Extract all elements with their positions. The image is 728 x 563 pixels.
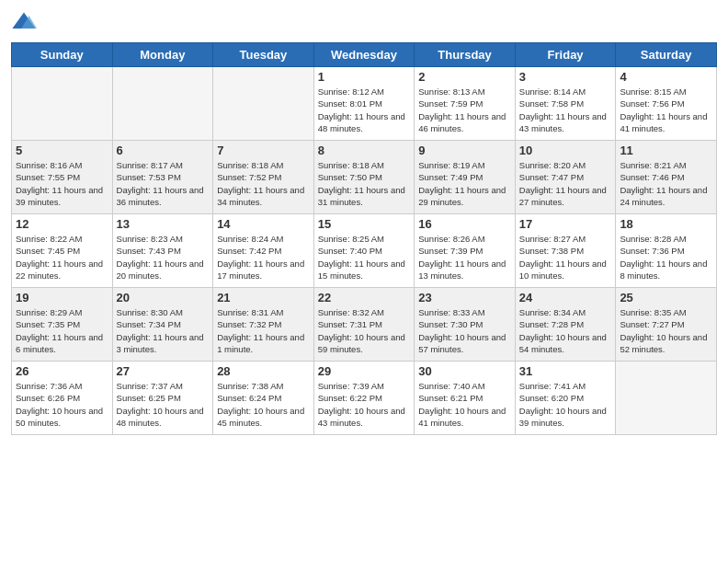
calendar-cell: 13Sunrise: 8:23 AMSunset: 7:43 PMDayligh… (112, 214, 213, 288)
calendar-cell: 26Sunrise: 7:36 AMSunset: 6:26 PMDayligh… (12, 362, 113, 435)
day-number: 10 (519, 144, 612, 157)
day-info: Sunrise: 8:31 AMSunset: 7:32 PMDaylight:… (217, 306, 310, 355)
day-number: 3 (519, 70, 612, 84)
day-info: Sunrise: 7:36 AMSunset: 6:26 PMDaylight:… (16, 380, 108, 429)
day-info: Sunrise: 8:14 AMSunset: 7:58 PMDaylight:… (519, 86, 612, 134)
day-number: 14 (217, 217, 310, 231)
calendar-cell: 23Sunrise: 8:33 AMSunset: 7:30 PMDayligh… (415, 288, 516, 362)
day-info: Sunrise: 8:29 AMSunset: 7:35 PMDaylight:… (16, 306, 108, 355)
calendar-cell: 21Sunrise: 8:31 AMSunset: 7:32 PMDayligh… (213, 288, 314, 362)
day-info: Sunrise: 8:25 AMSunset: 7:40 PMDaylight:… (318, 233, 411, 282)
weekday-header-monday: Monday (112, 43, 213, 67)
day-number: 26 (16, 364, 108, 378)
calendar-week-row: 12Sunrise: 8:22 AMSunset: 7:45 PMDayligh… (12, 214, 717, 288)
day-info: Sunrise: 8:19 AMSunset: 7:49 PMDaylight:… (418, 159, 511, 208)
day-info: Sunrise: 7:40 AMSunset: 6:21 PMDaylight:… (418, 380, 511, 429)
calendar-table: SundayMondayTuesdayWednesdayThursdayFrid… (11, 42, 717, 435)
calendar-cell: 3Sunrise: 8:14 AMSunset: 7:58 PMDaylight… (515, 67, 616, 141)
calendar-cell: 12Sunrise: 8:22 AMSunset: 7:45 PMDayligh… (12, 214, 113, 288)
day-info: Sunrise: 8:33 AMSunset: 7:30 PMDaylight:… (418, 306, 511, 355)
day-info: Sunrise: 8:34 AMSunset: 7:28 PMDaylight:… (519, 306, 612, 355)
calendar-cell (616, 362, 717, 435)
day-number: 25 (620, 291, 712, 304)
day-info: Sunrise: 7:41 AMSunset: 6:20 PMDaylight:… (519, 380, 612, 429)
day-number: 5 (16, 144, 108, 157)
day-number: 7 (217, 144, 310, 157)
day-number: 4 (620, 70, 712, 84)
weekday-header-thursday: Thursday (415, 43, 516, 67)
calendar-cell: 7Sunrise: 8:18 AMSunset: 7:52 PMDaylight… (213, 141, 314, 214)
calendar-week-row: 1Sunrise: 8:12 AMSunset: 8:01 PMDaylight… (12, 67, 717, 141)
day-number: 27 (117, 364, 210, 378)
calendar-cell (12, 67, 113, 141)
weekday-header-saturday: Saturday (616, 43, 717, 67)
calendar-cell: 29Sunrise: 7:39 AMSunset: 6:22 PMDayligh… (313, 362, 415, 435)
calendar-cell: 15Sunrise: 8:25 AMSunset: 7:40 PMDayligh… (313, 214, 415, 288)
calendar-cell: 14Sunrise: 8:24 AMSunset: 7:42 PMDayligh… (213, 214, 314, 288)
day-number: 1 (318, 70, 411, 84)
day-number: 13 (117, 217, 210, 231)
calendar-cell: 24Sunrise: 8:34 AMSunset: 7:28 PMDayligh… (515, 288, 616, 362)
day-number: 24 (519, 291, 612, 304)
day-number: 30 (418, 364, 511, 378)
day-number: 31 (519, 364, 612, 378)
calendar-cell: 1Sunrise: 8:12 AMSunset: 8:01 PMDaylight… (313, 67, 415, 141)
calendar-cell: 5Sunrise: 8:16 AMSunset: 7:55 PMDaylight… (12, 141, 113, 214)
day-number: 12 (16, 217, 108, 231)
day-number: 16 (418, 217, 511, 231)
day-info: Sunrise: 8:13 AMSunset: 7:59 PMDaylight:… (418, 86, 511, 134)
day-number: 2 (418, 70, 511, 84)
calendar-week-row: 26Sunrise: 7:36 AMSunset: 6:26 PMDayligh… (12, 362, 717, 435)
calendar-cell: 16Sunrise: 8:26 AMSunset: 7:39 PMDayligh… (415, 214, 516, 288)
day-info: Sunrise: 8:20 AMSunset: 7:47 PMDaylight:… (519, 159, 612, 208)
calendar-cell: 27Sunrise: 7:37 AMSunset: 6:25 PMDayligh… (112, 362, 213, 435)
day-info: Sunrise: 7:37 AMSunset: 6:25 PMDaylight:… (117, 380, 210, 429)
weekday-header-tuesday: Tuesday (213, 43, 314, 67)
weekday-header-friday: Friday (515, 43, 616, 67)
calendar-week-row: 5Sunrise: 8:16 AMSunset: 7:55 PMDaylight… (12, 141, 717, 214)
calendar-cell: 19Sunrise: 8:29 AMSunset: 7:35 PMDayligh… (12, 288, 113, 362)
weekday-header-wednesday: Wednesday (313, 43, 415, 67)
day-number: 18 (620, 217, 712, 231)
calendar-cell: 4Sunrise: 8:15 AMSunset: 7:56 PMDaylight… (616, 67, 717, 141)
day-info: Sunrise: 8:16 AMSunset: 7:55 PMDaylight:… (16, 159, 108, 208)
weekday-header-row: SundayMondayTuesdayWednesdayThursdayFrid… (12, 43, 717, 67)
calendar-cell: 30Sunrise: 7:40 AMSunset: 6:21 PMDayligh… (415, 362, 516, 435)
calendar-cell: 11Sunrise: 8:21 AMSunset: 7:46 PMDayligh… (616, 141, 717, 214)
day-info: Sunrise: 8:17 AMSunset: 7:53 PMDaylight:… (117, 159, 210, 208)
calendar-cell: 22Sunrise: 8:32 AMSunset: 7:31 PMDayligh… (313, 288, 415, 362)
day-number: 17 (519, 217, 612, 231)
day-number: 6 (117, 144, 210, 157)
calendar-cell: 18Sunrise: 8:28 AMSunset: 7:36 PMDayligh… (616, 214, 717, 288)
day-info: Sunrise: 8:32 AMSunset: 7:31 PMDaylight:… (318, 306, 411, 355)
calendar-cell: 31Sunrise: 7:41 AMSunset: 6:20 PMDayligh… (515, 362, 616, 435)
day-number: 19 (16, 291, 108, 304)
day-info: Sunrise: 7:39 AMSunset: 6:22 PMDaylight:… (318, 380, 411, 429)
day-info: Sunrise: 8:23 AMSunset: 7:43 PMDaylight:… (117, 233, 210, 282)
calendar-cell: 28Sunrise: 7:38 AMSunset: 6:24 PMDayligh… (213, 362, 314, 435)
day-number: 8 (318, 144, 411, 157)
calendar-cell (112, 67, 213, 141)
day-info: Sunrise: 7:38 AMSunset: 6:24 PMDaylight:… (217, 380, 310, 429)
day-info: Sunrise: 8:18 AMSunset: 7:50 PMDaylight:… (318, 159, 411, 208)
day-info: Sunrise: 8:24 AMSunset: 7:42 PMDaylight:… (217, 233, 310, 282)
day-number: 11 (620, 144, 712, 157)
calendar-week-row: 19Sunrise: 8:29 AMSunset: 7:35 PMDayligh… (12, 288, 717, 362)
day-info: Sunrise: 8:21 AMSunset: 7:46 PMDaylight:… (620, 159, 712, 208)
calendar-cell: 9Sunrise: 8:19 AMSunset: 7:49 PMDaylight… (415, 141, 516, 214)
day-info: Sunrise: 8:15 AMSunset: 7:56 PMDaylight:… (620, 86, 712, 134)
day-info: Sunrise: 8:35 AMSunset: 7:27 PMDaylight:… (620, 306, 712, 355)
day-number: 9 (418, 144, 511, 157)
day-number: 20 (117, 291, 210, 304)
day-number: 21 (217, 291, 310, 304)
day-info: Sunrise: 8:26 AMSunset: 7:39 PMDaylight:… (418, 233, 511, 282)
calendar-cell: 8Sunrise: 8:18 AMSunset: 7:50 PMDaylight… (313, 141, 415, 214)
day-info: Sunrise: 8:28 AMSunset: 7:36 PMDaylight:… (620, 233, 712, 282)
day-info: Sunrise: 8:12 AMSunset: 8:01 PMDaylight:… (318, 86, 411, 134)
logo-icon (11, 9, 37, 35)
calendar-cell: 25Sunrise: 8:35 AMSunset: 7:27 PMDayligh… (616, 288, 717, 362)
day-info: Sunrise: 8:18 AMSunset: 7:52 PMDaylight:… (217, 159, 310, 208)
calendar-cell: 17Sunrise: 8:27 AMSunset: 7:38 PMDayligh… (515, 214, 616, 288)
header (11, 9, 717, 35)
weekday-header-sunday: Sunday (12, 43, 113, 67)
